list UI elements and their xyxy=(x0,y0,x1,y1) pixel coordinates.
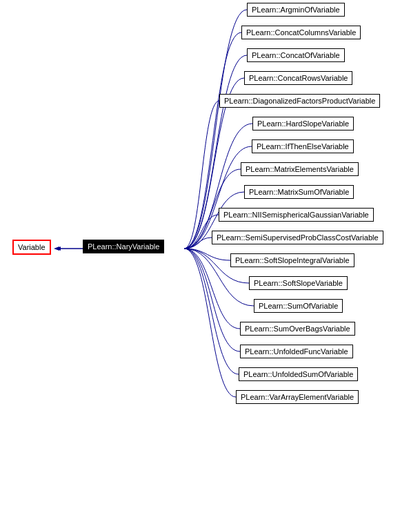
node-unfolded-sum: PLearn::UnfoldedSumOfVariable xyxy=(239,367,358,381)
diagram-lines xyxy=(0,0,420,522)
node-concat-cols: PLearn::ConcatColumnsVariable xyxy=(241,26,361,39)
node-soft-slope-integral: PLearn::SoftSlopeIntegralVariable xyxy=(230,253,354,267)
svg-marker-20 xyxy=(57,246,61,251)
node-unfolded-func: PLearn::UnfoldedFuncVariable xyxy=(240,345,353,358)
node-nii-semispherical: PLearn::NIISemisphericalGaussianVariable xyxy=(219,208,374,222)
node-variable: Variable xyxy=(12,240,51,255)
node-semi-supervised: PLearn::SemiSupervisedProbClassCostVaria… xyxy=(212,231,383,244)
node-hard-slope: PLearn::HardSlopeVariable xyxy=(252,117,354,130)
node-if-then-else: PLearn::IfThenElseVariable xyxy=(252,139,354,153)
node-matrix-sum: PLearn::MatrixSumOfVariable xyxy=(244,185,354,199)
node-concat-of: PLearn::ConcatOfVariable xyxy=(247,48,345,62)
node-nary-variable: PLearn::NaryVariable xyxy=(83,240,164,253)
node-var-array-element: PLearn::VarArrayElementVariable xyxy=(236,390,359,404)
node-soft-slope: PLearn::SoftSlopeVariable xyxy=(249,276,348,290)
node-sum-over-bags: PLearn::SumOverBagsVariable xyxy=(240,322,355,336)
node-concat-rows: PLearn::ConcatRowsVariable xyxy=(244,71,352,85)
node-sum-of: PLearn::SumOfVariable xyxy=(254,299,343,313)
class-diagram: Variable PLearn::NaryVariable PLearn::Ar… xyxy=(0,0,420,522)
node-argmin: PLearn::ArgminOfVariable xyxy=(247,3,345,17)
node-matrix-elements: PLearn::MatrixElementsVariable xyxy=(241,162,359,176)
node-diag-factors: PLearn::DiagonalizedFactorsProductVariab… xyxy=(219,94,380,108)
